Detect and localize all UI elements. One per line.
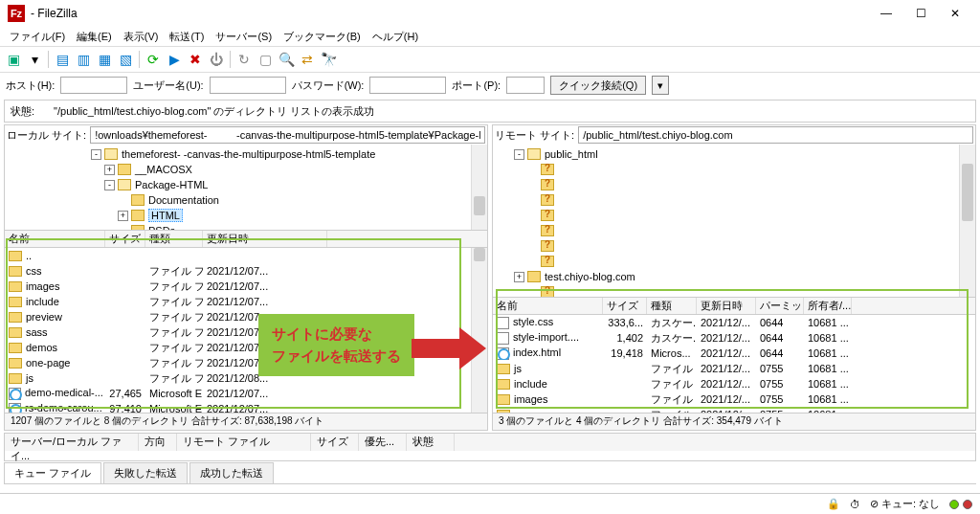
list-item[interactable]: includeファイル フォル...2021/12/07... xyxy=(5,294,487,309)
local-tree[interactable]: -themeforest- -canvas-the-multipurpose-h… xyxy=(5,145,487,231)
column-header[interactable]: サイズ xyxy=(603,298,647,314)
column-header[interactable]: 種類 xyxy=(647,298,697,314)
tree-item[interactable] xyxy=(493,238,975,254)
tree-item[interactable]: +test.chiyo-blog.com xyxy=(493,269,975,284)
tree-item[interactable] xyxy=(493,162,975,177)
tree-item[interactable]: -themeforest- -canvas-the-multipurpose-h… xyxy=(5,146,487,162)
tree-item[interactable]: PSDs xyxy=(5,223,487,231)
remote-file-list[interactable]: style.css333,6...カスケー...2021/12/...06441… xyxy=(493,315,975,413)
menu-transfer[interactable]: 転送(T) xyxy=(164,28,210,46)
list-item[interactable]: rs-demo-carou...97,410Microsoft E...2021… xyxy=(5,401,487,413)
column-header[interactable]: 名前 xyxy=(493,298,603,314)
tree-item[interactable] xyxy=(493,223,975,238)
quickconnect-dropdown[interactable]: ▾ xyxy=(652,76,669,95)
password-input[interactable] xyxy=(369,77,446,94)
menu-help[interactable]: ヘルプ(H) xyxy=(367,28,424,46)
cancel-icon[interactable]: ✖ xyxy=(186,50,205,69)
dropdown-icon[interactable]: ▾ xyxy=(25,50,44,69)
list-item[interactable]: style-import....1,402カスケー...2021/12/...0… xyxy=(493,330,975,346)
transfer-header[interactable]: サーバー/ローカル ファイ...方向リモート ファイルサイズ優先...状態 xyxy=(5,434,975,451)
refresh-icon[interactable]: ⟳ xyxy=(144,50,163,69)
menu-bookmarks[interactable]: ブックマーク(B) xyxy=(278,28,367,46)
menu-file[interactable]: ファイル(F) xyxy=(4,28,71,46)
list-item[interactable]: demo-medical-...27,465Microsoft E...2021… xyxy=(5,386,487,401)
binoculars-icon[interactable]: 🔭 xyxy=(319,50,338,69)
column-header[interactable]: 名前 xyxy=(5,231,105,247)
pass-label: パスワード(W): xyxy=(292,78,365,93)
menu-server[interactable]: サーバー(S) xyxy=(210,28,278,46)
column-header[interactable]: 所有者/... xyxy=(804,298,852,314)
tab-queue-files[interactable]: キュー ファイル xyxy=(4,462,101,483)
tree-item[interactable]: Documentation xyxy=(5,192,487,208)
column-header[interactable]: サイズ xyxy=(105,231,145,247)
username-input[interactable] xyxy=(210,77,286,94)
toggle-queue-icon[interactable]: ▧ xyxy=(116,50,135,69)
remote-path-input[interactable] xyxy=(578,126,973,144)
remote-tree[interactable]: -public_html+test.chiyo-blog.com xyxy=(493,145,975,298)
tree-item[interactable]: -public_html xyxy=(493,146,975,162)
column-header[interactable]: 状態 xyxy=(407,434,455,451)
local-path-input[interactable] xyxy=(90,126,485,144)
toggle-log-icon[interactable]: ▤ xyxy=(53,50,72,69)
tree-item[interactable] xyxy=(493,192,975,208)
meter-icon: ⏱ xyxy=(850,499,860,510)
minimize-button[interactable]: — xyxy=(869,1,903,26)
toggle-localtree-icon[interactable]: ▥ xyxy=(74,50,93,69)
remote-list-header[interactable]: 名前サイズ種類更新日時パーミッ...所有者/... xyxy=(493,298,975,315)
sitemanager-icon[interactable]: ▣ xyxy=(4,50,23,69)
tab-successful-transfers[interactable]: 成功した転送 xyxy=(189,462,274,483)
list-item[interactable]: cssファイル フォル...2021/12/07... xyxy=(5,263,487,279)
reconnect-icon[interactable]: ↻ xyxy=(234,50,254,69)
title-bar: Fz - FileZilla — ☐ ✕ xyxy=(0,0,980,27)
toggle-remotetree-icon[interactable]: ▦ xyxy=(95,50,114,69)
menu-edit[interactable]: 編集(E) xyxy=(71,28,118,46)
list-item[interactable]: style.css333,6...カスケー...2021/12/...06441… xyxy=(493,315,975,330)
local-list-header[interactable]: 名前サイズ種類更新日時 xyxy=(5,231,487,248)
queue-tabs: キュー ファイル 失敗した転送 成功した転送 xyxy=(4,463,976,484)
quickconnect-button[interactable]: クイック接続(Q) xyxy=(550,76,646,95)
tree-item[interactable]: +HTML xyxy=(5,208,487,223)
column-header[interactable]: 更新日時 xyxy=(697,298,756,314)
filter-icon[interactable]: ▢ xyxy=(256,50,275,69)
list-item[interactable]: imagesファイル ...2021/12/...075510681 ... xyxy=(493,391,975,407)
local-pane: ローカル サイト: -themeforest- -canvas-the-mult… xyxy=(4,124,488,431)
tree-item[interactable]: -Package-HTML xyxy=(5,177,487,192)
tab-failed-transfers[interactable]: 失敗した転送 xyxy=(103,462,188,483)
host-input[interactable] xyxy=(60,77,127,94)
process-queue-icon[interactable]: ▶ xyxy=(165,50,184,69)
column-header[interactable]: パーミッ... xyxy=(756,298,804,314)
scrollbar[interactable] xyxy=(959,145,975,297)
tree-item[interactable] xyxy=(493,208,975,223)
list-item[interactable]: index.html19,418Micros...2021/12/...0644… xyxy=(493,346,975,361)
port-input[interactable] xyxy=(506,77,545,94)
list-item[interactable]: imagesファイル フォル...2021/12/07... xyxy=(5,279,487,294)
list-item[interactable]: jsファイル フォル...2021/12/08... xyxy=(5,370,487,386)
column-header[interactable]: 優先... xyxy=(359,434,407,451)
remote-status: 3 個のファイルと 4 個のディレクトリ 合計サイズ: 354,479 バイト xyxy=(493,413,975,430)
column-header[interactable]: 更新日時 xyxy=(203,231,327,247)
local-site-label: ローカル サイト: xyxy=(7,128,86,143)
menu-view[interactable]: 表示(V) xyxy=(118,28,165,46)
search-icon[interactable]: 🔍 xyxy=(277,50,296,69)
log-status-label: 状態: xyxy=(11,104,34,119)
maximize-button[interactable]: ☐ xyxy=(903,1,938,26)
compare-icon[interactable]: ⇄ xyxy=(298,50,317,69)
list-item[interactable]: jsファイル ...2021/12/...075510681 ... xyxy=(493,361,975,376)
column-header[interactable]: 方向 xyxy=(139,434,177,451)
message-log: 状態: "/public_html/test.chiyo-blog.com" の… xyxy=(4,100,976,123)
column-header[interactable]: リモート ファイル xyxy=(177,434,311,451)
column-header[interactable]: 種類 xyxy=(145,231,203,247)
tree-item[interactable] xyxy=(493,284,975,298)
close-button[interactable]: ✕ xyxy=(938,1,972,26)
tree-item[interactable] xyxy=(493,254,975,269)
scrollbar[interactable] xyxy=(471,145,487,230)
list-item[interactable]: .. xyxy=(5,248,487,263)
disconnect-icon[interactable]: ⏻ xyxy=(207,50,226,69)
column-header[interactable]: サイズ xyxy=(311,434,359,451)
tree-item[interactable]: +__MACOSX xyxy=(5,162,487,177)
tree-item[interactable] xyxy=(493,177,975,192)
list-item[interactable]: cssファイル ...2021/12/...075510681 ... xyxy=(493,407,975,413)
column-header[interactable]: サーバー/ローカル ファイ... xyxy=(5,434,139,451)
list-item[interactable]: previewファイル フォル...2021/12/07... xyxy=(5,309,487,324)
list-item[interactable]: includeファイル ...2021/12/...075510681 ... xyxy=(493,376,975,391)
